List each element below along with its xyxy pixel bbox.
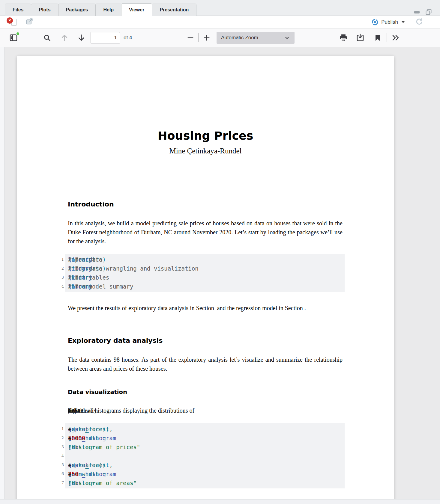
maximize-pane-icon[interactable]	[425, 8, 432, 17]
zoom-out-button[interactable]	[185, 33, 196, 43]
line-number: 3	[55, 273, 64, 282]
minus-icon	[186, 34, 195, 42]
bookmark-icon	[373, 34, 382, 42]
tab-viewer[interactable]: Viewer	[121, 3, 152, 16]
code-line: 5ggplot(duke_forest, aes(x = area)) +	[68, 461, 345, 470]
line-number: 4	[55, 282, 64, 291]
line-number: 3	[55, 443, 64, 452]
pane-tab-strip: Files Plots Packages Help Viewer Present…	[0, 0, 440, 16]
open-in-new-window-button[interactable]	[25, 17, 34, 27]
document-author: Mine Çetinkaya-Rundel	[17, 147, 394, 155]
line-number: 6	[55, 470, 64, 479]
line-number: 5	[55, 461, 64, 470]
code-line: 4library(broom) # for model summary	[68, 282, 345, 291]
heading-data-visualization: Data visualization	[68, 389, 127, 396]
pdf-toolbar: of 4 Automatic Zoom	[0, 28, 440, 47]
pdf-viewport[interactable]: Housing Prices Mine Çetinkaya-Rundel Int…	[0, 47, 440, 499]
heading-exploratory-data-analysis: Exploratory data analysis	[68, 337, 163, 344]
current-view-button[interactable]	[373, 33, 383, 43]
pane-tabs: Files Plots Packages Help Viewer Present…	[5, 3, 196, 16]
code-line: 1ggplot(duke_forest, aes(x = price)) +	[68, 425, 345, 434]
tab-help[interactable]: Help	[95, 4, 121, 16]
window-bottom-edge	[0, 499, 440, 504]
toolbar-separator	[387, 33, 387, 42]
code-line: 2 geom_histogram(binwidth = 50000) +	[68, 434, 345, 443]
toolbar-separator	[73, 33, 73, 42]
download-save-icon	[356, 33, 365, 42]
tab-presentation[interactable]: Presentation	[152, 4, 196, 16]
refresh-icon	[415, 17, 424, 26]
pdf-page-1: Housing Prices Mine Çetinkaya-Rundel Int…	[17, 56, 394, 499]
code-line: 1library(openintro) # for data	[68, 255, 345, 264]
zoom-select-value: Automatic Zoom	[221, 35, 258, 41]
publish-button[interactable]: Publish	[371, 16, 405, 28]
page-number-input[interactable]	[91, 32, 120, 43]
tab-files[interactable]: Files	[5, 4, 31, 16]
code-line: 3 labs(title = "Histogram of prices")	[68, 443, 345, 452]
text-run: individually.	[68, 406, 98, 415]
code-line: 6 geom_histogram(binwidth = 250) +	[68, 470, 345, 479]
find-button[interactable]	[42, 33, 52, 43]
zoom-select[interactable]: Automatic Zoom	[217, 32, 295, 44]
code-block-ggplot: 1ggplot(duke_forest, aes(x = price)) +2 …	[65, 423, 345, 488]
code-block-libraries: 1library(openintro) # for data2library(t…	[65, 254, 345, 292]
down-arrow-icon	[77, 33, 86, 42]
window-left-gutter	[0, 47, 5, 499]
toolbar-separator	[20, 18, 20, 26]
line-number: 2	[55, 434, 64, 443]
more-tools-button[interactable]	[391, 33, 401, 43]
clear-viewer-button[interactable]: ✕	[7, 17, 19, 27]
page-count-label: of 4	[124, 35, 132, 41]
minimize-pane-icon[interactable]	[414, 9, 420, 16]
paragraph-introduction: In this analysis, we build a model predi…	[68, 219, 343, 246]
code-line: 4	[68, 452, 345, 461]
paragraph-eda: The data contains 98 houses. As part of …	[68, 355, 343, 373]
paragraph-section-references: We present the results of exploratory da…	[68, 304, 343, 313]
line-number: 1	[55, 255, 64, 264]
save-button[interactable]	[355, 33, 365, 43]
code-line: 2library(tidyverse) # for data wrangling…	[68, 264, 345, 273]
tab-packages[interactable]: Packages	[58, 4, 96, 16]
publish-dropdown-caret-icon[interactable]	[402, 21, 405, 23]
code-line: 7 labs(title = "Histogram of areas")	[68, 479, 345, 488]
sidebar-notification-dot	[16, 32, 20, 36]
next-page-button[interactable]	[76, 33, 86, 43]
zoom-in-button[interactable]	[202, 33, 212, 43]
search-icon	[43, 33, 52, 42]
refresh-button[interactable]	[415, 17, 424, 27]
heading-introduction: Introduction	[68, 200, 114, 208]
plus-icon	[202, 34, 211, 42]
code-line: 3library(knitr) # for tables	[68, 273, 345, 282]
chevron-down-icon	[284, 34, 290, 42]
double-chevron-icon	[391, 33, 400, 42]
line-number: 4	[55, 452, 64, 461]
popout-window-icon	[25, 17, 34, 26]
print-button[interactable]	[338, 33, 349, 43]
toolbar-separator	[410, 18, 410, 26]
line-number: 1	[55, 425, 64, 434]
toolbar-separator	[198, 33, 199, 42]
document-title: Housing Prices	[17, 129, 394, 142]
up-arrow-icon	[60, 33, 69, 42]
toggle-sidebar-button[interactable]	[8, 33, 19, 43]
tab-plots[interactable]: Plots	[31, 4, 58, 16]
line-number: 2	[55, 264, 64, 273]
stop-close-icon: ✕	[7, 17, 13, 24]
printer-icon	[339, 33, 348, 42]
line-number: 7	[55, 479, 64, 488]
previous-page-button[interactable]	[59, 33, 70, 43]
publish-icon	[371, 18, 379, 26]
viewer-toolbar: ✕ Publish	[0, 16, 440, 28]
publish-label: Publish	[381, 19, 398, 25]
